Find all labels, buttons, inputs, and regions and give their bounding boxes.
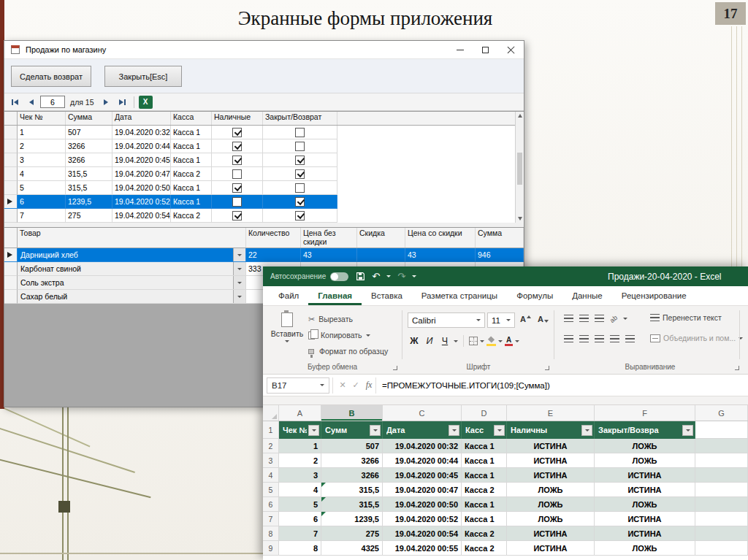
sheet-cell[interactable]: ИСТИНА bbox=[507, 453, 595, 468]
decrease-indent-icon[interactable] bbox=[610, 335, 619, 343]
check-number-cell[interactable]: 2 bbox=[18, 139, 66, 153]
column-header[interactable]: B bbox=[321, 405, 383, 421]
sheet-cell[interactable]: ЛОЖЬ bbox=[507, 497, 595, 512]
date-cell[interactable]: 19.04.2020 0:47 bbox=[112, 167, 171, 181]
sheet-cell[interactable]: ЛОЖЬ bbox=[595, 439, 695, 453]
sheet-cell[interactable]: 507 bbox=[321, 439, 383, 453]
ribbon-tab[interactable]: Файл bbox=[269, 286, 308, 305]
sheet-cell[interactable]: 1 bbox=[279, 439, 321, 453]
sum-cell[interactable]: 275 bbox=[66, 209, 112, 223]
checkbox[interactable] bbox=[232, 169, 242, 179]
filter-button[interactable] bbox=[449, 425, 459, 436]
closed-checkbox-cell[interactable] bbox=[263, 153, 337, 167]
kassa-cell[interactable]: Касса 1 bbox=[171, 126, 212, 139]
sum-cell[interactable]: 315,5 bbox=[66, 167, 112, 181]
bold-button[interactable]: Ж bbox=[408, 334, 421, 348]
align-bottom-icon[interactable] bbox=[595, 315, 604, 323]
sheet-cell[interactable]: Касса 1 bbox=[462, 468, 507, 483]
filter-button[interactable] bbox=[682, 425, 693, 436]
sheet-cell[interactable]: 275 bbox=[321, 526, 383, 541]
kassa-cell[interactable]: Касса 2 bbox=[171, 167, 212, 181]
sheet-cell[interactable]: 3 bbox=[279, 468, 321, 483]
scroll-up-icon[interactable] bbox=[518, 114, 522, 118]
closed-checkbox-cell[interactable] bbox=[263, 209, 337, 223]
column-header-price[interactable]: Цена без скидки bbox=[301, 228, 357, 248]
cut-button[interactable]: ✂ Вырезать bbox=[308, 312, 353, 326]
row-number[interactable]: 9 bbox=[263, 541, 279, 556]
item-row[interactable]: Дарницкий хлеб224343946 bbox=[4, 248, 524, 262]
sheet-cell[interactable]: ИСТИНА bbox=[507, 439, 595, 453]
sheet-cell[interactable]: ЛОЖЬ bbox=[595, 453, 695, 468]
sheet-cell[interactable] bbox=[695, 497, 748, 512]
fill-dropdown-icon[interactable] bbox=[498, 340, 503, 342]
sheet-cell[interactable] bbox=[695, 468, 748, 483]
enter-button[interactable]: ✓ bbox=[349, 380, 362, 390]
row-header-cell[interactable] bbox=[4, 181, 18, 195]
checkbox[interactable] bbox=[232, 142, 242, 151]
column-header-date[interactable]: Дата bbox=[112, 112, 171, 125]
cancel-button[interactable]: ✕ bbox=[336, 380, 349, 390]
receipt-row[interactable]: 4315,519.04.2020 0:47Касса 2 bbox=[4, 167, 524, 181]
sheet-cell[interactable]: ИСТИНА bbox=[507, 468, 595, 483]
align-left-icon[interactable] bbox=[564, 335, 573, 343]
fill-color-button[interactable] bbox=[486, 337, 496, 346]
position-input[interactable] bbox=[40, 96, 65, 108]
checkbox[interactable] bbox=[295, 156, 305, 165]
check-number-cell[interactable]: 4 bbox=[18, 167, 66, 181]
column-header[interactable]: F bbox=[595, 405, 695, 421]
product-combobox[interactable]: Соль экстра bbox=[18, 276, 246, 290]
orientation-dropdown-icon[interactable] bbox=[623, 318, 627, 320]
cash-checkbox-cell[interactable] bbox=[212, 126, 263, 139]
sheet-cell[interactable]: ИСТИНА bbox=[595, 526, 695, 541]
column-header-qty[interactable]: Количество bbox=[246, 228, 301, 248]
checkbox[interactable] bbox=[232, 211, 242, 220]
column-header[interactable]: D bbox=[462, 405, 507, 421]
underline-button[interactable]: Ч bbox=[438, 334, 451, 348]
dropdown-button[interactable] bbox=[233, 248, 245, 261]
checkbox[interactable] bbox=[232, 156, 242, 165]
decrease-font-button[interactable]: А bbox=[538, 315, 549, 323]
checkbox[interactable] bbox=[295, 142, 305, 151]
row-number[interactable]: 5 bbox=[263, 483, 279, 497]
row-number[interactable]: 8 bbox=[263, 526, 279, 541]
ribbon-tab[interactable]: Вставка bbox=[362, 286, 412, 305]
sheet-cell[interactable]: 3266 bbox=[321, 453, 383, 468]
checkbox[interactable] bbox=[232, 197, 242, 207]
column-header-check[interactable]: Чек № bbox=[18, 112, 66, 125]
column-header-sum[interactable]: Сумма bbox=[66, 112, 112, 125]
align-top-icon[interactable] bbox=[564, 315, 573, 323]
undo-button[interactable]: ↶ bbox=[372, 272, 380, 281]
product-combobox[interactable]: Дарницкий хлеб bbox=[18, 248, 246, 262]
export-to-excel-button[interactable]: X bbox=[139, 96, 153, 109]
font-color-dropdown-icon[interactable] bbox=[515, 340, 519, 342]
checkbox[interactable] bbox=[295, 197, 305, 207]
move-last-button[interactable] bbox=[115, 95, 129, 109]
ribbon-tab[interactable]: Рецензирование bbox=[612, 286, 696, 305]
dropdown-button[interactable] bbox=[233, 276, 245, 289]
name-box[interactable]: B17 bbox=[267, 377, 329, 394]
sheet-cell[interactable]: 19.04.2020 00:44 bbox=[383, 453, 462, 468]
align-right-icon[interactable] bbox=[595, 335, 604, 343]
column-header[interactable]: A bbox=[279, 405, 321, 421]
checkbox[interactable] bbox=[295, 128, 305, 137]
borders-button[interactable] bbox=[469, 337, 478, 345]
qty-cell[interactable]: 22 bbox=[246, 248, 301, 262]
ribbon-tab[interactable]: Разметка страницы bbox=[412, 286, 507, 305]
move-first-button[interactable] bbox=[8, 95, 22, 109]
row-number[interactable]: 4 bbox=[263, 468, 279, 483]
checkbox[interactable] bbox=[295, 169, 305, 179]
excel-titlebar[interactable]: Автосохранение ↶ ↷ Продажи-20-04-2020 - … bbox=[263, 266, 748, 286]
alignment-dialog-launcher[interactable] bbox=[733, 364, 739, 370]
sheet-cell[interactable]: 2 bbox=[279, 453, 321, 468]
filter-button[interactable] bbox=[494, 425, 505, 436]
sheet-cell[interactable]: 315,5 bbox=[321, 497, 383, 512]
copy-button[interactable]: Копировать bbox=[308, 329, 370, 342]
row-header-cell[interactable] bbox=[4, 195, 18, 209]
column-header-product[interactable]: Товар bbox=[18, 228, 246, 248]
row-header-cell[interactable] bbox=[4, 290, 18, 304]
check-number-cell[interactable]: 1 bbox=[18, 126, 66, 139]
kassa-cell[interactable]: Касса 1 bbox=[171, 153, 212, 167]
sum-cell[interactable]: 1239,5 bbox=[66, 195, 112, 209]
column-header-cash[interactable]: Наличные bbox=[212, 112, 263, 125]
font-size-combobox[interactable]: 11 bbox=[487, 312, 515, 328]
